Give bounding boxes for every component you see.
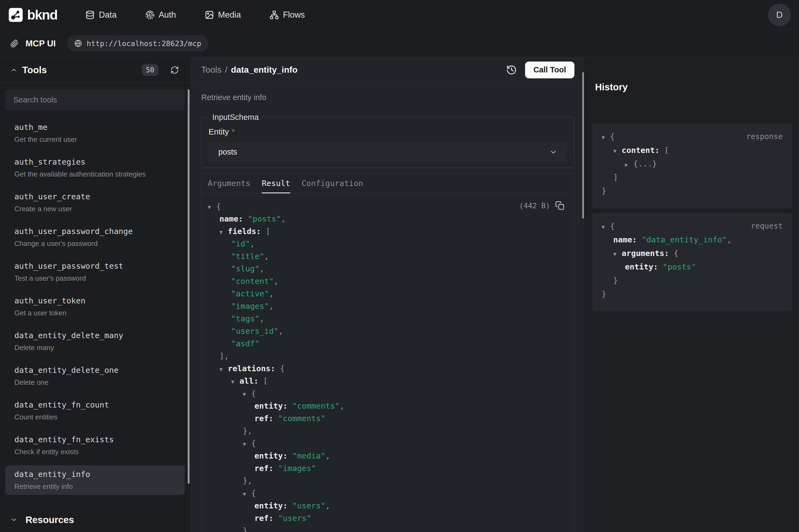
nav-item-auth[interactable]: Auth <box>145 10 176 20</box>
mcp-bar: MCP UI http://localhost:28623/mcp <box>0 30 799 57</box>
json-string-value: "posts" <box>663 262 696 271</box>
tab-arguments[interactable]: Arguments <box>208 173 250 193</box>
tool-list-item[interactable]: auth_meGet the current user <box>5 118 185 148</box>
json-line: ▼{ <box>208 487 566 499</box>
main-scrollbar[interactable] <box>582 72 584 218</box>
json-line: entity: "users", <box>208 499 566 512</box>
main-body: Retrieve entity info InputSchema Entity*… <box>190 83 585 532</box>
json-punctuation: , <box>325 451 330 460</box>
bknd-logo[interactable]: bknd <box>8 7 57 23</box>
collapse-triangle-icon[interactable]: ▼ <box>243 388 251 400</box>
expand-triangle-icon[interactable]: ▶ <box>625 158 633 171</box>
tool-name: auth_user_token <box>14 296 175 305</box>
json-line: name: "data_entity_info", <box>602 233 783 246</box>
json-punctuation: { <box>610 222 614 231</box>
json-line: name: "posts", <box>208 213 566 225</box>
nav-item-flows[interactable]: Flows <box>270 10 305 20</box>
tools-count-badge: 50 <box>142 64 158 76</box>
json-punctuation: ], <box>220 352 229 361</box>
mcp-url: http://localhost:28623/mcp <box>87 39 201 48</box>
nav-item-data[interactable]: Data <box>85 10 116 20</box>
collapse-triangle-icon[interactable]: ▼ <box>231 376 240 388</box>
history-card-response[interactable]: response▼{▼content: [▶{...}]} <box>592 124 792 209</box>
json-key: entity: <box>625 262 663 271</box>
json-string-value: "tags" <box>231 314 260 323</box>
call-tool-button[interactable]: Call Tool <box>525 61 574 78</box>
json-punctuation: { <box>610 132 614 141</box>
json-line: ▼relations: { <box>208 362 566 375</box>
collapse-triangle-icon[interactable]: ▼ <box>243 488 251 500</box>
input-schema-fieldset: InputSchema Entity* posts <box>201 113 574 168</box>
tool-name: auth_user_password_test <box>14 261 175 271</box>
json-punctuation: } <box>613 276 618 285</box>
json-line: "images", <box>208 300 566 312</box>
collapse-triangle-icon[interactable]: ▼ <box>613 247 622 261</box>
tools-section-header[interactable]: Tools 50 <box>0 57 190 83</box>
json-line: ▼{ <box>208 200 566 213</box>
collapse-triangle-icon[interactable]: ▼ <box>602 131 610 144</box>
tool-name: data_entity_info <box>14 470 175 479</box>
tool-list-item[interactable]: data_entity_fn_existsCheck if entity exi… <box>5 431 185 460</box>
result-meta: (442 B) <box>519 201 565 210</box>
json-string-value: "slug" <box>231 264 260 273</box>
json-line: ▼arguments: { <box>602 246 783 260</box>
primary-nav: Data Auth Media Flows <box>85 10 305 20</box>
entity-label: Entity <box>209 127 229 136</box>
tool-name: auth_user_create <box>14 192 175 201</box>
collapse-triangle-icon[interactable]: ▼ <box>208 201 216 213</box>
json-punctuation: , <box>340 401 344 411</box>
json-key: content: <box>622 146 664 155</box>
user-avatar[interactable]: D <box>768 3 791 26</box>
tab-configuration[interactable]: Configuration <box>302 173 363 193</box>
json-line: "tags", <box>208 312 566 325</box>
mcp-url-pill[interactable]: http://localhost:28623/mcp <box>67 35 209 52</box>
resources-section-header[interactable]: Resources <box>0 507 190 532</box>
json-punctuation: [ <box>266 227 270 236</box>
json-string-value: "images" <box>278 464 316 473</box>
collapse-triangle-icon[interactable]: ▼ <box>220 363 228 376</box>
collapse-triangle-icon[interactable]: ▼ <box>613 144 622 158</box>
tool-list-item[interactable]: auth_user_password_testTest a user's pas… <box>5 257 185 287</box>
json-string-value: "active" <box>231 289 269 298</box>
json-line: entity: "posts" <box>602 260 783 273</box>
copy-icon[interactable] <box>555 201 565 210</box>
collapse-triangle-icon[interactable]: ▼ <box>602 220 610 234</box>
entity-select[interactable]: posts <box>209 142 567 162</box>
json-punctuation: , <box>727 235 731 244</box>
json-line: } <box>602 273 783 287</box>
tool-list-item[interactable]: data_entity_delete_manyDelete many <box>5 326 185 356</box>
json-punctuation: ] <box>613 173 618 182</box>
json-punctuation: , <box>325 501 330 510</box>
search-input[interactable] <box>5 90 185 110</box>
json-line: entity: "media", <box>208 450 566 462</box>
paperclip-icon <box>10 39 19 48</box>
fingerprint-icon <box>145 10 155 20</box>
tool-list-item-selected[interactable]: data_entity_infoRetrieve entity info <box>5 465 185 495</box>
history-entry-type-badge: request <box>751 222 783 230</box>
tool-list-item[interactable]: data_entity_fn_countCount entities <box>5 396 185 425</box>
json-line: ▼all: [ <box>208 375 566 387</box>
tab-result[interactable]: Result <box>262 173 290 193</box>
nav-item-media[interactable]: Media <box>205 10 241 20</box>
history-icon[interactable] <box>506 64 517 75</box>
json-line: ref: "users" <box>208 512 566 525</box>
breadcrumb-tools[interactable]: Tools <box>201 65 222 75</box>
tool-list-item[interactable]: auth_user_password_changeChange a user's… <box>5 222 185 252</box>
json-line: "content", <box>208 275 566 287</box>
json-punctuation: , <box>269 289 274 298</box>
refresh-icon[interactable] <box>170 65 179 74</box>
collapse-triangle-icon[interactable]: ▼ <box>243 438 251 450</box>
globe-icon <box>74 40 82 47</box>
history-card-request[interactable]: request▼{name: "data_entity_info",▼argum… <box>592 213 792 311</box>
collapse-triangle-icon[interactable]: ▼ <box>220 226 228 238</box>
json-punctuation: , <box>260 264 264 273</box>
result-size: (442 B) <box>519 202 550 210</box>
input-schema-legend: InputSchema <box>209 113 262 122</box>
tool-list-item[interactable]: data_entity_delete_oneDelete one <box>5 361 185 391</box>
tool-list-item[interactable]: auth_strategiesGet the available authent… <box>5 153 185 183</box>
sidebar-scrollbar[interactable] <box>188 89 190 484</box>
breadcrumb: Tools / data_entity_info <box>201 65 298 75</box>
tool-list-item[interactable]: auth_user_tokenGet a user token <box>5 292 185 321</box>
workflow-icon <box>270 10 279 20</box>
tool-list-item[interactable]: auth_user_createCreate a new user <box>5 188 185 217</box>
